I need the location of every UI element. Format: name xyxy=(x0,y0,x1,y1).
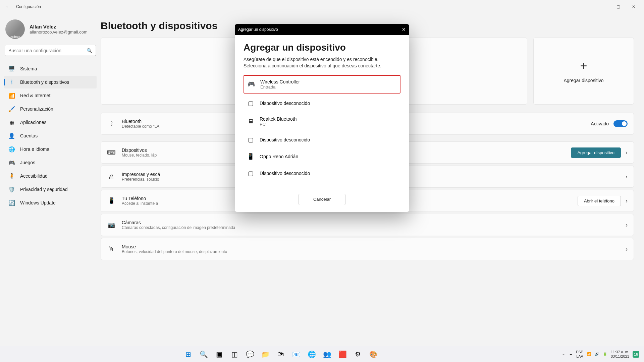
volume-icon[interactable]: 🔊 xyxy=(595,352,599,356)
dialog-close-button[interactable]: ✕ xyxy=(402,27,406,32)
sidebar-item-icon: 👤 xyxy=(8,133,15,139)
sidebar-item-icon: 🧍 xyxy=(8,173,15,179)
device-title: Dispositivo desconocido xyxy=(260,171,310,176)
sidebar-item-9[interactable]: 🛡️Privacidad y seguridad xyxy=(4,183,97,196)
explorer-button[interactable]: 📁 xyxy=(259,348,272,361)
sidebar-item-label: Aplicaciones xyxy=(20,120,47,125)
systray-chevron-up-icon[interactable]: ︿ xyxy=(562,352,566,357)
sidebar-item-5[interactable]: 👤Cuentas xyxy=(4,129,97,142)
discovered-device-4[interactable]: 📱Oppo Reno Adrián xyxy=(244,149,400,164)
device-title: Dispositivo desconocido xyxy=(260,101,310,106)
paint-button[interactable]: 🎨 xyxy=(367,348,380,361)
sidebar-item-6[interactable]: 🌐Hora e idioma xyxy=(4,143,97,156)
sidebar-item-2[interactable]: 📶Red & Internet xyxy=(4,89,97,102)
chevron-right-icon: › xyxy=(626,222,628,229)
sidebar-item-icon: ᛒ xyxy=(8,79,15,85)
sidebar-item-label: Windows Update xyxy=(20,200,56,205)
search-input[interactable] xyxy=(8,48,87,53)
sidebar-item-label: Juegos xyxy=(20,160,35,165)
mouse-icon: 🖱 xyxy=(107,246,116,253)
search-icon: 🔍 xyxy=(87,48,92,53)
chat-button[interactable]: 💬 xyxy=(243,348,257,361)
chevron-right-icon: › xyxy=(626,246,628,253)
dialog-cancel-button[interactable]: Cancelar xyxy=(299,194,345,205)
settings-button[interactable]: ⚙ xyxy=(351,348,365,361)
clock[interactable]: 11:37 a. m. 03/11/2021 xyxy=(611,350,629,358)
sidebar-item-icon: 🌐 xyxy=(8,146,15,153)
taskbar: ⊞ 🔍 ▣ ◫ 💬 📁 🛍 📧 🌐 👥 🟥 ⚙ 🎨 ︿ ☁ ESP LAA 📶 … xyxy=(0,346,644,362)
device-subtitle: PC xyxy=(260,122,297,127)
device-type-icon: ▢ xyxy=(246,100,255,107)
back-button[interactable]: ← xyxy=(3,1,13,12)
sidebar-item-8[interactable]: 🧍Accesibilidad xyxy=(4,170,97,182)
battery-icon[interactable]: 🔋 xyxy=(603,352,607,356)
sidebar-item-1[interactable]: ᛒBluetooth y dispositivos xyxy=(4,76,97,88)
row-mouse-sub: Botones, velocidad del puntero del mouse… xyxy=(122,249,626,254)
sidebar-item-icon: 📶 xyxy=(8,93,15,99)
dialog-titlebar: Agregar un dispositivo ✕ xyxy=(235,24,409,35)
smartphone-icon: 📱 xyxy=(107,197,116,204)
app-button-1[interactable]: 🟥 xyxy=(336,348,349,361)
task-view-button[interactable]: ▣ xyxy=(212,348,226,361)
sidebar-item-icon: 🔄 xyxy=(8,200,15,206)
taskbar-search-button[interactable]: 🔍 xyxy=(197,348,210,361)
open-phone-button[interactable]: Abrir el teléfono xyxy=(578,196,621,206)
sidebar-item-label: Cuentas xyxy=(20,133,38,138)
device-subtitle: Entrada xyxy=(260,84,300,89)
discovered-device-1[interactable]: ▢Dispositivo desconocido xyxy=(244,96,400,110)
sidebar-item-4[interactable]: ▦Aplicaciones xyxy=(4,116,97,129)
device-title: Oppo Reno Adrián xyxy=(260,154,298,159)
sidebar-item-icon: 🖌️ xyxy=(8,106,15,112)
language-indicator[interactable]: ESP LAA xyxy=(576,350,583,358)
user-block[interactable]: auhau Allan Vélez allanorozco.velez@gmai… xyxy=(5,19,95,39)
row-mouse[interactable]: 🖱 Mouse Botones, velocidad del puntero d… xyxy=(101,238,634,260)
sidebar-item-0[interactable]: 🖥️Sistema xyxy=(4,62,97,75)
bluetooth-toggle[interactable] xyxy=(613,120,628,127)
add-device-dialog: Agregar un dispositivo ✕ Agregar un disp… xyxy=(235,24,409,212)
taskbar-systray: ︿ ☁ ESP LAA 📶 🔊 🔋 11:37 a. m. 03/11/2021… xyxy=(562,350,644,358)
discovered-device-5[interactable]: ▢Dispositivo desconocido xyxy=(244,166,400,180)
row-cameras[interactable]: 📷 Cámaras Cámaras conectadas, configurac… xyxy=(101,214,634,236)
printer-icon: 🖨 xyxy=(107,173,116,180)
wifi-icon[interactable]: 📶 xyxy=(587,352,591,356)
dialog-heading: Agregar un dispositivo xyxy=(244,42,400,53)
discovered-device-2[interactable]: 🖥Realtek BluetoothPC xyxy=(244,113,400,130)
close-window-button[interactable]: ✕ xyxy=(626,1,641,12)
chevron-right-icon: › xyxy=(626,149,628,156)
teams-button[interactable]: 👥 xyxy=(320,348,334,361)
add-device-button[interactable]: Agregar dispositivo xyxy=(571,147,621,158)
sidebar-item-label: Privacidad y seguridad xyxy=(20,187,68,192)
onedrive-icon[interactable]: ☁ xyxy=(569,352,573,356)
window-titlebar: ← Configuración — ▢ ✕ xyxy=(0,0,644,13)
discovered-device-0[interactable]: 🎮Wireless ControllerEntrada xyxy=(244,75,400,94)
sidebar-item-icon: ▦ xyxy=(8,119,15,126)
chrome-button[interactable]: 🌐 xyxy=(305,348,318,361)
device-title: Wireless Controller xyxy=(260,79,300,84)
maximize-button[interactable]: ▢ xyxy=(610,1,626,12)
sidebar-item-7[interactable]: 🎮Juegos xyxy=(4,156,97,169)
user-email: allanorozco.velez@gmail.com xyxy=(30,29,88,35)
sidebar-item-label: Red & Internet xyxy=(20,93,50,98)
store-button[interactable]: 🛍 xyxy=(274,348,287,361)
sidebar-item-3[interactable]: 🖌️Personalización xyxy=(4,103,97,115)
widgets-button[interactable]: ◫ xyxy=(228,348,241,361)
device-title: Dispositivo desconocido xyxy=(260,137,310,142)
add-device-label: Agregar dispositivo xyxy=(564,78,603,83)
device-type-icon: 🎮 xyxy=(247,80,256,88)
device-type-icon: 📱 xyxy=(246,153,255,160)
search-box[interactable]: 🔍 xyxy=(5,45,96,56)
sidebar-item-10[interactable]: 🔄Windows Update xyxy=(4,196,97,209)
start-button[interactable]: ⊞ xyxy=(181,348,195,361)
mail-button[interactable]: 📧 xyxy=(289,348,303,361)
notification-badge[interactable]: 16 xyxy=(633,351,639,358)
row-cameras-title: Cámaras xyxy=(122,220,626,225)
sidebar-item-label: Sistema xyxy=(20,66,37,71)
discovered-device-3[interactable]: ▢Dispositivo desconocido xyxy=(244,133,400,147)
minimize-button[interactable]: — xyxy=(595,1,610,12)
device-type-icon: ▢ xyxy=(246,136,255,143)
sidebar-item-label: Hora e idioma xyxy=(20,146,49,152)
chevron-right-icon: › xyxy=(626,197,628,204)
row-mouse-title: Mouse xyxy=(122,244,626,249)
chevron-right-icon: › xyxy=(626,173,628,180)
add-device-card[interactable]: + Agregar dispositivo xyxy=(533,38,634,105)
